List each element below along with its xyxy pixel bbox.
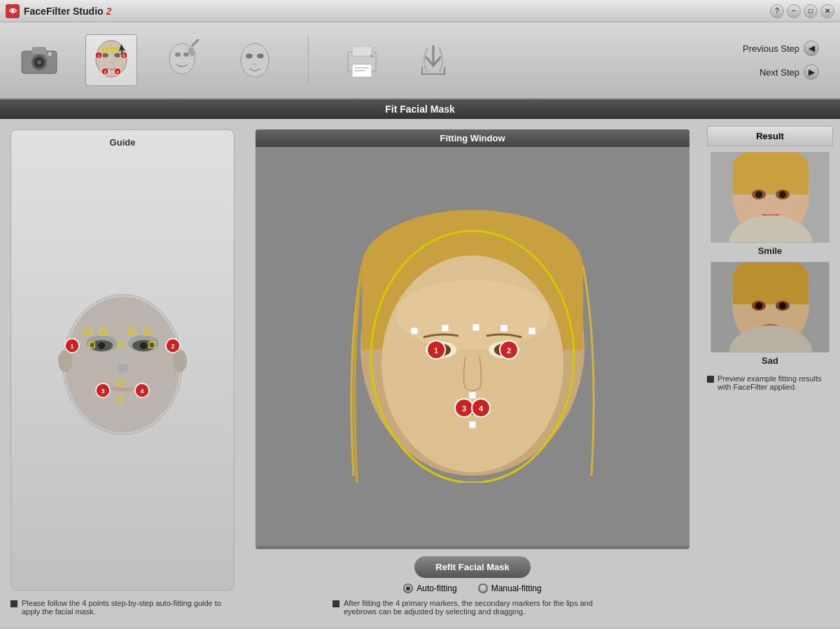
export-icon: [411, 38, 456, 83]
svg-point-30: [253, 63, 257, 66]
svg-rect-37: [370, 55, 374, 57]
manual-fitting-option[interactable]: Manual-fitting: [478, 584, 542, 593]
svg-rect-91: [500, 325, 507, 332]
face-dots-tool[interactable]: 1 2 3 4: [85, 34, 137, 86]
face-fitting-svg: 1 2 3 4: [304, 210, 640, 483]
svg-point-9: [109, 61, 113, 64]
svg-point-111: [779, 302, 786, 309]
next-arrow-icon: ▶: [804, 64, 819, 80]
toolbar: 1 2 3 4: [0, 22, 840, 99]
svg-rect-88: [411, 327, 418, 334]
guide-box: Guide: [10, 129, 234, 591]
camera-icon: [17, 38, 62, 83]
svg-rect-107: [733, 276, 808, 304]
app-icon: 👁: [6, 4, 20, 18]
svg-rect-94: [469, 421, 476, 428]
svg-point-28: [246, 54, 253, 59]
auto-fitting-option[interactable]: Auto-fitting: [403, 584, 456, 593]
auto-fitting-label: Auto-fitting: [416, 584, 456, 593]
svg-text:2: 2: [507, 346, 511, 355]
previous-step-label: Previous Step: [743, 43, 799, 54]
face-brush-tool[interactable]: [158, 35, 209, 85]
fitting-options: Auto-fitting Manual-fitting: [403, 584, 541, 593]
svg-point-4: [37, 60, 41, 64]
guide-instruction-text: Please follow the 4 points step-by-step …: [22, 599, 234, 616]
fitting-window-content[interactable]: 1 2 3 4: [255, 147, 690, 546]
svg-point-100: [755, 191, 762, 198]
svg-point-46: [140, 342, 147, 349]
next-step-label: Next Step: [760, 67, 799, 78]
print-icon: [340, 38, 384, 83]
face-view-icon: [232, 38, 277, 83]
next-step-button[interactable]: Next Step ▶: [752, 62, 826, 83]
manual-fitting-label: Manual-fitting: [491, 584, 542, 593]
face-dots-icon: 1 2 3 4: [89, 38, 134, 83]
export-tool[interactable]: [408, 35, 458, 85]
result-note-text: Preview example fitting results with Fac…: [718, 374, 833, 391]
svg-text:1: 1: [70, 343, 74, 350]
fitting-note-text: After fitting the 4 primary markers, the…: [344, 599, 612, 616]
app-title: FaceFilter Studio 2: [24, 6, 111, 17]
fitting-window-header: Fitting Window: [255, 129, 690, 147]
svg-rect-36: [355, 70, 365, 71]
print-tool[interactable]: [337, 35, 387, 85]
left-panel: Guide: [0, 119, 245, 626]
svg-point-48: [58, 350, 72, 372]
smile-label: Smile: [758, 246, 783, 256]
title-controls: ? − □ ✕: [770, 4, 834, 18]
help-button[interactable]: ?: [770, 4, 784, 18]
svg-rect-92: [528, 327, 536, 334]
toolbar-icons: 1 2 3 4: [14, 34, 736, 86]
svg-rect-93: [469, 392, 476, 399]
svg-text:4: 4: [140, 388, 144, 395]
svg-point-45: [98, 342, 105, 349]
previous-step-button[interactable]: Previous Step ◀: [736, 38, 826, 59]
title-left: 👁 FaceFilter Studio 2: [6, 4, 111, 18]
minimize-button[interactable]: −: [787, 4, 801, 18]
svg-text:2: 2: [171, 343, 174, 350]
svg-line-25: [192, 39, 199, 46]
section-header: Fit Facial Mask: [0, 99, 840, 119]
toolbar-separator: [308, 36, 309, 85]
fitting-note-bullet: [332, 600, 340, 607]
svg-point-24: [183, 52, 189, 57]
close-button[interactable]: ✕: [820, 4, 834, 18]
guide-svg: 1 2 3 4: [46, 277, 200, 459]
sad-result-item: Sad: [707, 262, 833, 366]
sad-result-photo: [710, 262, 830, 353]
svg-rect-35: [355, 67, 369, 69]
svg-text:4: 4: [479, 404, 484, 413]
smile-result-item: Smile: [707, 152, 833, 256]
svg-rect-1: [32, 47, 46, 54]
fitting-window-box: Fitting Window: [255, 129, 690, 549]
guide-face-area: 1 2 3 4: [18, 153, 227, 583]
svg-text:3: 3: [101, 388, 104, 395]
refit-button[interactable]: Refit Facial Mask: [414, 556, 531, 578]
manual-fitting-radio[interactable]: [478, 584, 488, 593]
bullet-icon: [10, 600, 18, 607]
svg-point-5: [48, 52, 52, 56]
app-title-text: FaceFilter Studio: [24, 6, 104, 17]
nav-buttons: Previous Step ◀ Next Step ▶: [736, 38, 826, 83]
svg-point-47: [117, 364, 128, 372]
result-header: Result: [707, 126, 833, 146]
center-panel: Fitting Window: [245, 119, 700, 626]
camera-tool[interactable]: [14, 35, 64, 85]
svg-point-29: [257, 54, 264, 59]
result-note: Preview example fitting results with Fac…: [707, 374, 833, 391]
svg-rect-98: [733, 167, 808, 195]
guide-title: Guide: [110, 137, 136, 148]
fitting-note: After fitting the 4 primary markers, the…: [332, 599, 612, 616]
fitting-controls: Refit Facial Mask Auto-fitting Manual-fi…: [255, 556, 690, 616]
previous-arrow-icon: ◀: [804, 41, 819, 56]
svg-rect-89: [442, 325, 449, 332]
right-panel: Result S: [700, 119, 840, 626]
svg-point-72: [396, 280, 550, 350]
main-content: Guide: [0, 119, 840, 626]
svg-point-109: [755, 302, 762, 309]
svg-point-23: [175, 52, 181, 57]
sad-label: Sad: [762, 355, 778, 366]
maximize-button[interactable]: □: [804, 4, 818, 18]
face-view-tool[interactable]: [230, 35, 280, 85]
auto-fitting-radio[interactable]: [403, 584, 413, 593]
